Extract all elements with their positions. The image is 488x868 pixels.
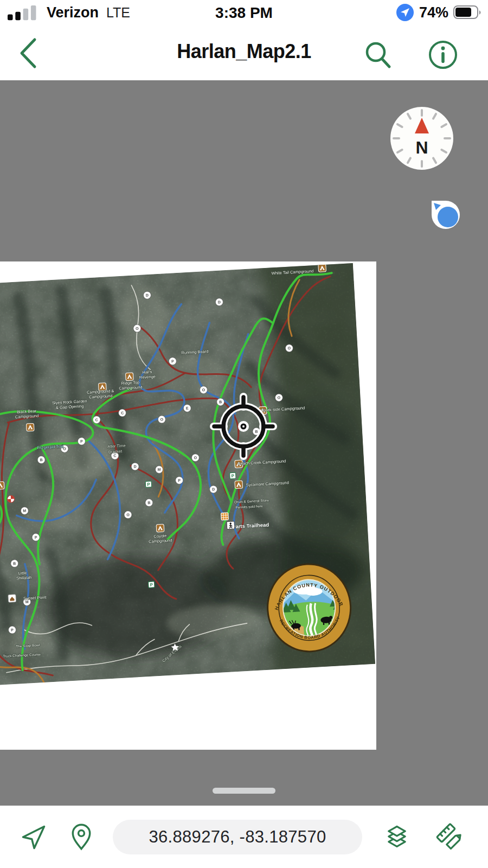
waypoint-marker: M	[21, 507, 29, 515]
waypoint-marker: E	[183, 404, 191, 412]
svg-text:M: M	[157, 468, 160, 471]
waypoint-marker: C	[118, 409, 126, 417]
svg-text:B: B	[13, 561, 16, 565]
parking-icon: P	[145, 481, 152, 488]
waypoint-marker: P	[32, 533, 40, 541]
campground-icon	[125, 373, 133, 381]
search-button[interactable]	[362, 39, 394, 71]
measure-tools-button[interactable]	[436, 823, 464, 851]
nav-bar: Harlan_Map2.1	[0, 26, 488, 80]
info-button[interactable]	[427, 39, 459, 71]
battery-icon	[453, 5, 483, 20]
svg-text:D: D	[218, 300, 221, 304]
svg-text:O: O	[136, 327, 139, 330]
svg-text:O: O	[287, 346, 291, 350]
waypoint-marker: D	[143, 291, 151, 299]
svg-text:D: D	[212, 487, 215, 491]
bottom-toolbar: 36.889276, -83.187570	[0, 806, 488, 868]
waypoint-marker: P	[175, 476, 183, 484]
waypoint-marker: O	[285, 344, 293, 352]
waypoint-marker: D	[209, 486, 217, 494]
map-page[interactable]: PPPDOPOBEOCCPOBCDMPODBOMBPMPOBDOWhite Ta…	[0, 261, 376, 750]
waypoint-marker: O	[275, 394, 283, 402]
location-layer-button[interactable]	[428, 197, 463, 232]
waypoint-marker: O	[124, 510, 132, 519]
svg-text:D: D	[133, 464, 136, 468]
poi-pinwheel-icon	[7, 495, 15, 503]
permit-station-icon	[221, 513, 229, 520]
waypoint-marker: B	[10, 559, 18, 567]
map-label: Bracket	[108, 449, 123, 454]
svg-text:M: M	[23, 509, 26, 513]
svg-text:B: B	[255, 430, 258, 433]
waypoint-marker: P	[8, 626, 16, 634]
satellite-map-image: PPPDOPOBEOCCPOBCDMPODBOMBPMPOBDOWhite Ta…	[0, 263, 375, 686]
svg-text:O: O	[202, 388, 205, 392]
coordinates-pill[interactable]: 36.889276, -83.187570	[113, 820, 362, 854]
svg-text:P: P	[171, 359, 174, 363]
battery-percent-label: 74%	[419, 4, 448, 21]
waypoint-marker: O	[133, 324, 141, 333]
campground-icon	[0, 481, 4, 489]
svg-text:P: P	[80, 439, 83, 443]
trailhead-icon	[227, 521, 235, 529]
svg-text:C: C	[95, 418, 98, 422]
waypoint-marker: C	[93, 416, 101, 424]
svg-text:O: O	[277, 395, 280, 399]
parking-icon: P	[230, 473, 236, 479]
svg-text:C: C	[113, 454, 116, 457]
map-label: Revenge	[139, 374, 156, 380]
svg-text:P: P	[35, 535, 37, 539]
status-bar: Verizon LTE 3:38 PM 74%	[0, 0, 488, 26]
location-services-icon	[396, 3, 414, 22]
parking-icon: P	[148, 582, 155, 588]
waypoint-marker: P	[78, 437, 86, 445]
shelter-icon	[8, 595, 16, 603]
waypoint-marker: O	[191, 454, 200, 462]
app-screen: Verizon LTE 3:38 PM 74% Harlan_Map2.1	[0, 0, 488, 868]
svg-text:B: B	[147, 501, 150, 505]
compass-north-label: N	[415, 138, 428, 157]
svg-text:B: B	[40, 458, 42, 462]
svg-text:D: D	[146, 293, 149, 297]
map-viewport[interactable]: PPPDOPOBEOCCPOBCDMPODBOMBPMPOBDOWhite Ta…	[0, 80, 488, 806]
sheet-drag-handle[interactable]	[213, 788, 275, 794]
campground-icon	[156, 524, 164, 532]
compass-button[interactable]: N	[389, 106, 454, 171]
campground-icon	[235, 481, 243, 489]
layers-button[interactable]	[383, 823, 411, 851]
waypoint-marker: D	[131, 463, 139, 471]
waypoint-marker: B	[252, 427, 260, 436]
svg-text:O: O	[194, 456, 197, 459]
map-label: Shillalah	[16, 575, 32, 581]
waypoint-marker: B	[37, 456, 46, 464]
waypoint-marker: B	[145, 499, 153, 507]
page-title: Harlan_Map2.1	[0, 40, 488, 63]
waypoint-marker: P	[169, 357, 177, 365]
locate-me-button[interactable]	[20, 823, 48, 851]
campground-icon	[26, 423, 34, 431]
svg-text:P: P	[11, 628, 14, 631]
svg-text:O: O	[160, 417, 163, 421]
waypoint-marker: D	[215, 298, 223, 306]
svg-text:P: P	[178, 478, 181, 482]
drop-pin-button[interactable]	[67, 823, 95, 851]
svg-text:O: O	[126, 513, 130, 516]
svg-text:B: B	[219, 400, 222, 404]
waypoint-marker: O	[200, 386, 208, 394]
map-label: Alter Time	[107, 443, 126, 449]
svg-text:E: E	[186, 406, 189, 410]
waypoint-marker: O	[158, 416, 166, 424]
svg-text:C: C	[121, 411, 124, 414]
waypoint-marker: M	[155, 465, 163, 474]
campground-icon	[318, 264, 326, 272]
coordinates-value: 36.889276, -83.187570	[149, 827, 326, 847]
waypoint-marker: B	[216, 398, 224, 406]
